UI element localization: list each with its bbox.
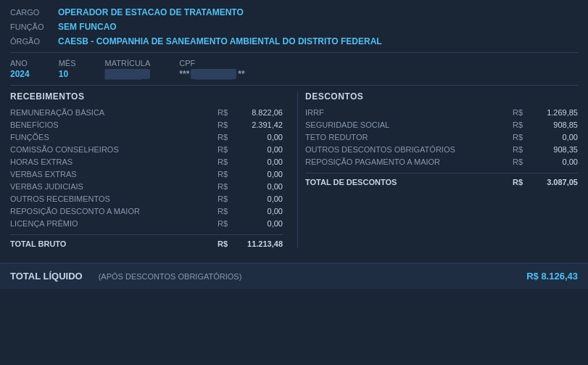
descontos-total-row: TOTAL DE DESCONTOS R$ 3.087,05 — [305, 173, 578, 186]
total-liquido-value: R$ 8.126,43 — [526, 271, 578, 282]
recebimento-value: 0,00 — [232, 170, 283, 179]
desconto-label: OUTROS DESCONTOS OBRIGATÓRIOS — [305, 145, 498, 154]
recebimento-label: FUNÇÕES — [10, 133, 203, 142]
recebimento-currency: R$ — [213, 133, 228, 142]
mes-label: MÊS — [59, 59, 76, 67]
cargo-value: OPERADOR DE ESTACAO DE TRATAMENTO — [58, 7, 244, 17]
cargo-row: CARGO OPERADOR DE ESTACAO DE TRATAMENTO — [10, 7, 578, 17]
columns: RECEBIMENTOS REMUNERAÇÃO BÁSICA R$ 8.822… — [10, 91, 578, 248]
total-liquido-sub: (APÓS DESCONTOS OBRIGATÓRIOS) — [99, 272, 242, 281]
recebimento-currency: R$ — [213, 157, 228, 166]
desconto-currency: R$ — [508, 133, 523, 142]
mes-group: MÊS 10 — [59, 59, 76, 79]
orgao-label: ÓRGÃO — [10, 37, 54, 46]
recebimentos-item: COMISSÃO CONSELHEIROS R$ 0,00 — [10, 144, 283, 155]
total-liquido-label: TOTAL LÍQUIDO — [10, 271, 83, 282]
descontos-item: SEGURIDADE SOCIAL R$ 908,85 — [305, 120, 578, 130]
recebimento-label: REMUNERAÇÃO BÁSICA — [10, 108, 203, 117]
recebimentos-item: REPOSIÇÃO DESCONTO A MAIOR R$ 0,00 — [10, 206, 283, 216]
mes-value: 10 — [59, 69, 76, 79]
recebimento-currency: R$ — [213, 108, 228, 117]
orgao-row: ÓRGÃO CAESB - COMPANHIA DE SANEAMENTO AM… — [10, 36, 578, 46]
funcao-value: SEM FUNCAO — [58, 22, 117, 32]
desconto-value: 1.269,85 — [527, 108, 578, 117]
recebimento-label: VERBAS EXTRAS — [10, 170, 203, 179]
descontos-total-label: TOTAL DE DESCONTOS — [305, 178, 397, 186]
recebimentos-items: REMUNERAÇÃO BÁSICA R$ 8.822,06 BENEFÍCIO… — [10, 107, 283, 229]
recebimento-currency: R$ — [213, 145, 228, 154]
recebimento-label: COMISSÃO CONSELHEIROS — [10, 145, 203, 154]
descontos-total-amount: R$ 3.087,05 — [498, 178, 578, 186]
descontos-items: IRRF R$ 1.269,85 SEGURIDADE SOCIAL R$ 90… — [305, 107, 578, 167]
recebimentos-total-amount: R$ 11.213,48 — [203, 239, 283, 248]
desconto-label: REPOSIÇÃO PAGAMENTO A MAIOR — [305, 157, 498, 166]
recebimentos-item: OUTROS RECEBIMENTOS R$ 0,00 — [10, 194, 283, 204]
recebimentos-item: HORAS EXTRAS R$ 0,00 — [10, 157, 283, 167]
recebimento-amount: R$ 0,00 — [203, 145, 283, 154]
recebimento-currency: R$ — [213, 120, 228, 129]
descontos-item: IRRF R$ 1.269,85 — [305, 107, 578, 118]
recebimentos-total-value: 11.213,48 — [232, 239, 283, 248]
recebimento-value: 0,00 — [232, 219, 283, 228]
recebimento-amount: R$ 0,00 — [203, 194, 283, 203]
recebimento-label: BENEFÍCIOS — [10, 120, 203, 129]
recebimento-amount: R$ 0,00 — [203, 157, 283, 166]
descontos-item: REPOSIÇÃO PAGAMENTO A MAIOR R$ 0,00 — [305, 157, 578, 167]
recebimento-label: REPOSIÇÃO DESCONTO A MAIOR — [10, 207, 203, 216]
desconto-amount: R$ 0,00 — [498, 157, 578, 166]
recebimento-value: 0,00 — [232, 145, 283, 154]
descontos-item: TETO REDUTOR R$ 0,00 — [305, 132, 578, 142]
desconto-value: 908,35 — [527, 145, 578, 154]
total-liquido-amount: 8.126,43 — [541, 271, 578, 282]
desconto-currency: R$ — [508, 157, 523, 166]
desconto-value: 908,85 — [527, 120, 578, 129]
recebimentos-title: RECEBIMENTOS — [10, 91, 283, 102]
recebimento-currency: R$ — [213, 182, 228, 191]
matricula-group: MATRÍCULA ██████ — [105, 59, 151, 79]
recebimento-value: 8.822,06 — [232, 108, 283, 117]
descontos-item: OUTROS DESCONTOS OBRIGATÓRIOS R$ 908,35 — [305, 144, 578, 155]
recebimento-currency: R$ — [213, 194, 228, 203]
descontos-total-value: 3.087,05 — [527, 178, 578, 186]
recebimento-amount: R$ 8.822,06 — [203, 108, 283, 117]
recebimento-label: HORAS EXTRAS — [10, 157, 203, 166]
recebimento-label: OUTROS RECEBIMENTOS — [10, 194, 203, 203]
recebimento-value: 0,00 — [232, 157, 283, 166]
descontos-total-currency: R$ — [508, 178, 523, 186]
descontos-column: DESCONTOS IRRF R$ 1.269,85 SEGURIDADE SO… — [297, 91, 578, 248]
recebimento-amount: R$ 0,00 — [203, 207, 283, 216]
desconto-amount: R$ 1.269,85 — [498, 108, 578, 117]
recebimento-amount: R$ 0,00 — [203, 182, 283, 191]
recebimentos-total-row: TOTAL BRUTO R$ 11.213,48 — [10, 234, 283, 248]
descontos-title: DESCONTOS — [305, 91, 578, 102]
recebimento-label: VERBAS JUDICIAIS — [10, 182, 203, 191]
ano-group: ANO 2024 — [10, 59, 30, 79]
total-liquido-currency-prefix: R$ — [526, 271, 539, 282]
bottom-bar: TOTAL LÍQUIDO (APÓS DESCONTOS OBRIGATÓRI… — [0, 263, 588, 289]
desconto-amount: R$ 908,35 — [498, 145, 578, 154]
recebimento-value: 0,00 — [232, 182, 283, 191]
recebimento-currency: R$ — [213, 219, 228, 228]
recebimento-amount: R$ 0,00 — [203, 219, 283, 228]
matricula-label: MATRÍCULA — [105, 59, 151, 67]
recebimento-value: 0,00 — [232, 207, 283, 216]
recebimento-value: 0,00 — [232, 194, 283, 203]
recebimento-currency: R$ — [213, 170, 228, 179]
meta-row: ANO 2024 MÊS 10 MATRÍCULA ██████ CPF ***… — [10, 59, 578, 79]
recebimentos-item: VERBAS EXTRAS R$ 0,00 — [10, 169, 283, 179]
recebimentos-item: FUNÇÕES R$ 0,00 — [10, 132, 283, 142]
desconto-label: TETO REDUTOR — [305, 133, 498, 142]
desconto-currency: R$ — [508, 108, 523, 117]
recebimentos-item: REMUNERAÇÃO BÁSICA R$ 8.822,06 — [10, 107, 283, 118]
desconto-value: 0,00 — [527, 157, 578, 166]
funcao-label: FUNÇÃO — [10, 22, 54, 31]
recebimentos-item: VERBAS JUDICIAIS R$ 0,00 — [10, 181, 283, 192]
ano-value: 2024 — [10, 69, 30, 79]
orgao-value: CAESB - COMPANHIA DE SANEAMENTO AMBIENTA… — [58, 36, 382, 46]
desconto-label: SEGURIDADE SOCIAL — [305, 120, 498, 129]
desconto-label: IRRF — [305, 108, 498, 117]
recebimentos-total-label: TOTAL BRUTO — [10, 239, 66, 248]
recebimento-amount: R$ 0,00 — [203, 170, 283, 179]
recebimento-label: LICENÇA PRÊMIO — [10, 219, 203, 228]
funcao-row: FUNÇÃO SEM FUNCAO — [10, 22, 578, 32]
